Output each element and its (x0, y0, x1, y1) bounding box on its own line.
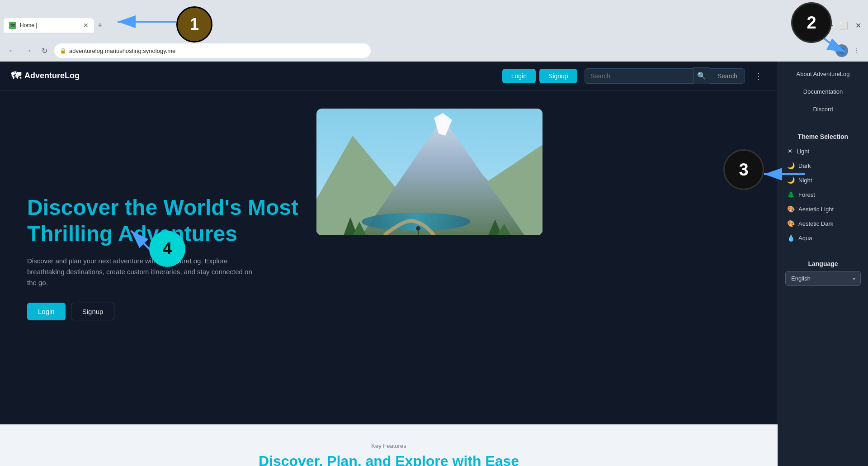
theme-forest-label: Forest (798, 191, 815, 198)
aqua-theme-icon: 💧 (787, 234, 795, 242)
theme-option-aqua[interactable]: 💧 Aqua (778, 231, 868, 245)
features-label: Key Features (18, 442, 760, 449)
back-button[interactable]: ← (5, 44, 18, 57)
sidebar-divider-1 (778, 122, 868, 122)
theme-section-title: Theme Selection (778, 126, 868, 144)
lock-icon: 🔒 (60, 48, 66, 54)
forest-theme-icon: 🌲 (787, 191, 795, 198)
nav-actions: Login Signup 🔍 Search ⋮ (502, 67, 767, 84)
nav-more-button[interactable]: ⋮ (750, 69, 767, 83)
hero-description: Discover and plan your next adventure wi… (27, 256, 253, 288)
top-nav: 🗺 AdventureLog Login Signup 🔍 Search ⋮ (0, 62, 778, 90)
language-section: Language English Spanish French German (778, 253, 868, 293)
theme-light-label: Light (797, 148, 809, 155)
refresh-button[interactable]: ↻ (38, 44, 51, 57)
nav-signup-button[interactable]: Signup (539, 69, 577, 83)
svg-point-9 (416, 226, 420, 231)
address-text: adventurelog.mariushosting.synology.me (69, 48, 175, 54)
tab-title: Home | (20, 22, 37, 29)
features-section: Key Features Discover, Plan, and Explore… (0, 424, 778, 466)
hero-actions: Login Signup (27, 303, 298, 320)
logo-icon: 🗺 (11, 70, 21, 82)
hero-section: Discover the World's Most Thrilling Adve… (0, 90, 778, 424)
theme-option-dark[interactable]: 🌙 Dark (778, 158, 868, 173)
hero-image (316, 109, 542, 235)
features-title: Discover, Plan, and Explore with Ease (18, 453, 760, 466)
theme-aestetic-light-label: Aestetic Light (798, 206, 834, 213)
theme-dark-label: Dark (798, 162, 811, 169)
maximize-button[interactable]: ⬜ (837, 19, 850, 32)
theme-option-aestetic-dark[interactable]: 🎨 Aestetic Dark (778, 216, 868, 231)
right-sidebar: About AdventureLog Documentation Discord… (778, 62, 868, 466)
dark-theme-icon: 🌙 (787, 162, 795, 169)
sidebar-divider-2 (778, 249, 868, 249)
browser-toolbar: ← → ↻ 🔒 adventurelog.mariushosting.synol… (0, 40, 868, 62)
aestetic-dark-theme-icon: 🎨 (787, 220, 795, 227)
close-window-button[interactable]: ✕ (852, 19, 864, 32)
search-icon: 🔍 (697, 71, 706, 80)
hero-image-container (316, 109, 542, 235)
search-button[interactable]: Search (710, 68, 745, 84)
sidebar-docs-item[interactable]: Documentation (778, 83, 868, 100)
hero-login-button[interactable]: Login (27, 303, 66, 320)
hero-title: Discover the World's Most Thrilling Adve… (27, 195, 298, 247)
app-container: 🗺 AdventureLog Login Signup 🔍 Search ⋮ (0, 62, 868, 466)
search-wrapper: 🔍 Search (585, 67, 745, 84)
theme-option-night[interactable]: 🌙 Night (778, 173, 868, 187)
app-name: AdventureLog (24, 71, 80, 81)
profile-avatar[interactable]: 👤 (835, 44, 848, 57)
language-select[interactable]: English Spanish French German (785, 271, 861, 286)
nav-login-button[interactable]: Login (502, 69, 536, 83)
light-theme-icon: ☀ (787, 147, 793, 155)
forward-button[interactable]: → (22, 44, 34, 57)
sidebar-about-item[interactable]: About AdventureLog (778, 65, 868, 83)
sidebar-discord-item[interactable]: Discord (778, 100, 868, 118)
theme-option-forest[interactable]: 🌲 Forest (778, 187, 868, 202)
main-content: 🗺 AdventureLog Login Signup 🔍 Search ⋮ (0, 62, 778, 466)
tab-favicon: 🗺 (9, 22, 16, 29)
aestetic-light-theme-icon: 🎨 (787, 205, 795, 213)
night-theme-icon: 🌙 (787, 176, 795, 184)
app-logo: 🗺 AdventureLog (11, 70, 80, 82)
search-input-container (585, 68, 693, 84)
search-input[interactable] (590, 72, 688, 80)
search-icon-box: 🔍 (693, 67, 710, 84)
browser-more-button[interactable]: ⋮ (850, 44, 863, 57)
language-section-title: Language (785, 257, 861, 271)
theme-option-light[interactable]: ☀ Light (778, 144, 868, 158)
browser-chrome: 🗺 Home | ✕ + — ⬜ ✕ (0, 0, 868, 40)
theme-aestetic-dark-label: Aestetic Dark (798, 220, 833, 227)
minimize-button[interactable]: — (823, 19, 835, 32)
hero-text: Discover the World's Most Thrilling Adve… (27, 109, 298, 406)
tab-close-button[interactable]: ✕ (83, 22, 89, 29)
theme-night-label: Night (798, 177, 812, 184)
theme-option-aestetic-light[interactable]: 🎨 Aestetic Light (778, 202, 868, 216)
language-select-wrapper: English Spanish French German (785, 271, 861, 286)
new-tab-button[interactable]: + (94, 21, 106, 30)
hero-signup-button[interactable]: Signup (71, 303, 115, 320)
browser-tab[interactable]: 🗺 Home | ✕ (4, 18, 94, 33)
address-bar[interactable]: 🔒 adventurelog.mariushosting.synology.me (54, 43, 371, 58)
theme-aqua-label: Aqua (798, 235, 812, 242)
